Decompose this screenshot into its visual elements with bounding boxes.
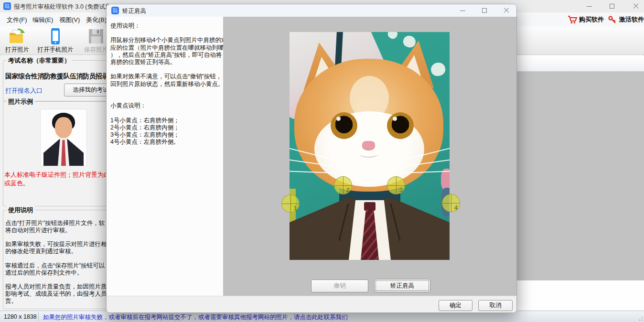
usage-groupbox: 使用说明 点击“打开照片”按钮选择照片文件，软 将自动对照片进行审核。 如果审核… xyxy=(3,210,106,309)
dialog-instructions-text: 使用说明： 用鼠标分别移动4个小黄点到照片中肩膀的对 应的位置（照片中肩膀位置在… xyxy=(110,22,223,146)
dot-number: 1 xyxy=(294,204,297,212)
menu-edit[interactable]: 编辑(E) xyxy=(30,15,56,24)
tie-knot xyxy=(364,202,376,211)
open-folder-icon xyxy=(8,27,26,45)
shoulder-dot-3[interactable]: 3 xyxy=(387,176,405,194)
save-floppy-icon xyxy=(87,27,105,45)
cat-left-eye xyxy=(331,112,357,139)
dot-crosshair xyxy=(290,195,291,212)
open-photo-button[interactable]: 打开照片 xyxy=(3,27,32,54)
dialog-close-button[interactable] xyxy=(495,4,517,17)
usage-group-title: 使用说明 xyxy=(6,206,35,215)
dialog-instructions-panel: 使用说明： 用鼠标分别移动4个小黄点到照片中肩膀的对 应的位置（照片中肩膀位置在… xyxy=(107,17,223,296)
cat-mouth xyxy=(359,150,378,158)
maximize-icon xyxy=(610,4,614,9)
sample-group-title: 照片示例 xyxy=(6,97,35,106)
exam-group-title: 考试名称（非常重要） xyxy=(6,56,72,65)
undo-button[interactable]: 撤销 xyxy=(311,279,368,292)
sample-groupbox: 照片示例 本人标准电子版证件照；照片背景为白 或蓝色。 xyxy=(3,101,106,206)
photo-heart-shape xyxy=(386,32,399,41)
shoulder-dot-1[interactable]: 1 xyxy=(281,194,300,213)
activate-software-button[interactable]: 激活软件 xyxy=(608,14,644,25)
buy-software-button[interactable]: 购买软件 xyxy=(568,14,604,25)
dialog-maximize-button[interactable] xyxy=(473,4,495,17)
shoulder-dot-2[interactable]: 2 xyxy=(334,176,352,194)
menu-view[interactable]: 视图(V) xyxy=(56,15,83,24)
sample-id-photo xyxy=(41,109,86,166)
shoulder-dot-4[interactable]: 4 xyxy=(442,194,460,212)
save-photo-label: 保存照片 xyxy=(84,46,108,54)
open-signup-link[interactable]: 打开报名入口 xyxy=(5,86,43,95)
dot-crosshair xyxy=(451,194,451,212)
app-window: 照片 审核 报考照片审核处理软件 3.0 (免费试用 文件(F) 编辑(E) 视… xyxy=(0,0,644,322)
left-panel: 考试名称（非常重要） 国家综合性消防救援队伍消防员招录 打开报名入口 选择我的考… xyxy=(0,55,106,311)
phone-icon xyxy=(46,27,64,45)
close-icon xyxy=(504,8,509,13)
usage-instructions-text: 点击“打开照片”按钮选择照片文件，软 将自动对照片进行审核。 如果审核失败，可按… xyxy=(5,220,106,305)
dot-crosshair xyxy=(396,177,397,194)
main-maximize-button[interactable] xyxy=(601,0,623,12)
edited-photo xyxy=(290,32,450,260)
cat-nose xyxy=(362,141,375,150)
app-logo-icon: 照片 审核 xyxy=(3,2,11,10)
correct-shoulder-button[interactable]: 矫正肩高 xyxy=(374,279,430,292)
main-window-title: 报考照片审核处理软件 3.0 (免费试用 xyxy=(14,3,111,11)
cart-icon xyxy=(568,15,577,24)
contact-us-link[interactable]: 如果您的照片审核失败，或者审核后在报考网站提交不了，或者需要审核其他报考网站的照… xyxy=(43,313,348,322)
dot-crosshair xyxy=(343,177,343,194)
open-phone-photo-button[interactable]: 打开手机照片 xyxy=(33,27,77,54)
ok-button[interactable]: 确定 xyxy=(439,300,472,311)
minimize-icon xyxy=(587,6,592,7)
resize-grip[interactable] xyxy=(638,316,643,321)
dialog-title: 矫正肩高 xyxy=(122,7,146,15)
dialog-logo-text-2: 审核 xyxy=(113,11,118,13)
dialog-logo-icon: 照片 审核 xyxy=(111,7,119,14)
dialog-titlebar: 照片 审核 矫正肩高 xyxy=(107,4,516,17)
activate-software-label: 激活软件 xyxy=(619,15,644,24)
app-logo-text-2: 审核 xyxy=(5,6,10,9)
dot-number: 2 xyxy=(346,186,350,193)
exam-groupbox: 考试名称（非常重要） 国家综合性消防救援队伍消防员招录 打开报名入口 选择我的考… xyxy=(3,60,106,101)
main-minimize-button[interactable] xyxy=(578,0,600,12)
exam-name-text: 国家综合性消防救援队伍消防员招录 xyxy=(5,72,106,81)
buy-software-label: 购买软件 xyxy=(579,15,604,24)
open-phone-photo-label: 打开手机照片 xyxy=(38,46,74,54)
maximize-icon xyxy=(482,8,487,13)
sample-man-face xyxy=(55,117,72,138)
cancel-button[interactable]: 取消 xyxy=(478,300,513,311)
image-dimensions-text: 1280 x 1838 xyxy=(4,313,37,320)
minimize-icon xyxy=(460,11,465,11)
main-close-button[interactable] xyxy=(625,0,644,12)
choose-exam-button[interactable]: 选择我的考试 xyxy=(64,84,106,97)
menu-file[interactable]: 文件(F) xyxy=(4,15,30,24)
dot-number: 4 xyxy=(454,204,458,211)
photo-warning-text: 本人标准电子版证件照；照片背景为白 或蓝色。 xyxy=(4,171,106,188)
key-icon xyxy=(608,15,617,24)
dialog-footer: 确定 取消 xyxy=(107,296,516,313)
open-photo-label: 打开照片 xyxy=(5,46,29,54)
status-separator xyxy=(38,312,39,321)
photo-heart-shape xyxy=(429,61,447,77)
correct-shoulder-dialog: 照片 审核 矫正肩高 使用说明： 用鼠标分别移动4个小黄点到照片中肩膀的对 应的… xyxy=(106,4,517,313)
dialog-canvas: 1 2 3 4 撤销 矫正肩高 xyxy=(223,17,517,296)
close-icon xyxy=(633,3,639,9)
cat-right-eye xyxy=(387,112,414,139)
dot-number: 3 xyxy=(399,186,403,193)
dialog-minimize-button[interactable] xyxy=(451,4,473,17)
